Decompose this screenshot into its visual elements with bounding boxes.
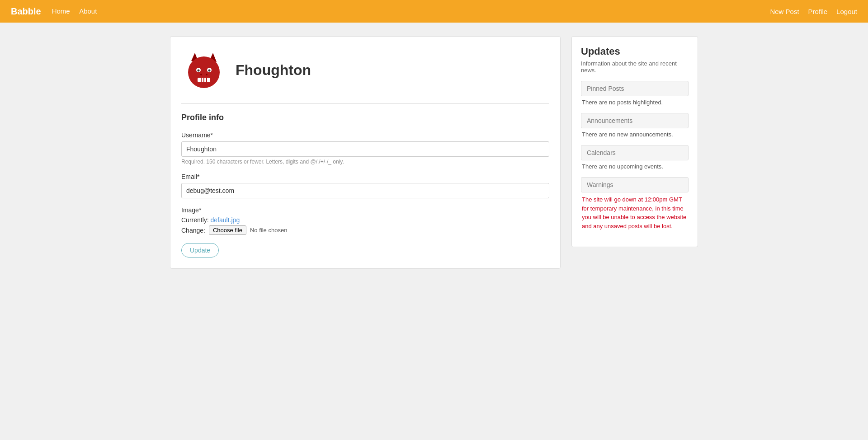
profile-card: Fhoughton Profile info Username* Require… [170,36,561,269]
sidebar-subtitle: Information about the site and recent ne… [581,60,689,74]
nav-home-link[interactable]: Home [52,7,70,15]
svg-point-7 [200,74,202,75]
email-label: Email* [181,173,549,180]
calendars-header: Calendars [581,145,689,160]
pinned-posts-header: Pinned Posts [581,81,689,96]
announcements-header: Announcements [581,113,689,128]
image-field-group: Image* Currently: default.jpg Change: Ch… [181,206,549,235]
sidebar: Updates Information about the site and r… [571,36,698,269]
current-file-link[interactable]: default.jpg [211,216,240,224]
svg-point-6 [208,70,211,72]
avatar [181,47,226,93]
divider [181,103,549,104]
sidebar-section-warnings: Warnings The site will go down at 12:00p… [581,177,689,230]
sidebar-title: Updates [581,46,689,57]
sidebar-section-calendars: Calendars There are no upcoming events. [581,145,689,170]
sidebar-section-announcements: Announcements There are no new announcem… [581,113,689,138]
avatar-icon [181,47,226,93]
pinned-posts-text: There are no posts highlighted. [581,99,689,106]
sidebar-section-pinned: Pinned Posts There are no posts highligh… [581,81,689,106]
nav-about-link[interactable]: About [79,7,97,15]
nav-profile-link[interactable]: Profile [808,8,828,15]
warnings-header: Warnings [581,177,689,192]
navbar: Babble Home About New Post Profile Logou… [0,0,868,23]
image-label: Image* [181,206,549,214]
username-input[interactable] [181,141,549,157]
username-hint: Required. 150 characters or fewer. Lette… [181,159,549,165]
image-currently: Currently: default.jpg [181,216,549,224]
sidebar-card: Updates Information about the site and r… [571,36,698,247]
nav-right-links: New Post Profile Logout [770,8,857,15]
change-text: Change: [181,227,205,234]
username-label: Username* [181,131,549,139]
svg-point-5 [198,70,200,72]
nav-logout-link[interactable]: Logout [836,8,857,15]
currently-text: Currently: [181,216,209,224]
calendars-text: There are no upcoming events. [581,163,689,170]
profile-username: Fhoughton [236,62,311,79]
nav-left-links: Home About [52,7,104,15]
svg-point-2 [188,56,220,88]
email-input[interactable] [181,183,549,198]
warnings-text: The site will go down at 12:00pm GMT for… [581,195,689,230]
announcements-text: There are no new announcements. [581,131,689,138]
image-change-row: Change: Choose file No file chosen [181,225,549,235]
svg-point-8 [206,74,208,75]
brand-logo[interactable]: Babble [11,6,41,17]
profile-info-title: Profile info [181,113,549,122]
no-file-text: No file chosen [250,227,287,234]
username-field-group: Username* Required. 150 characters or fe… [181,131,549,165]
update-button[interactable]: Update [181,243,219,257]
page-layout: Fhoughton Profile info Username* Require… [163,36,705,269]
nav-newpost-link[interactable]: New Post [770,8,799,15]
email-field-group: Email* [181,173,549,198]
profile-header: Fhoughton [181,47,549,93]
choose-file-button[interactable]: Choose file [209,225,246,235]
